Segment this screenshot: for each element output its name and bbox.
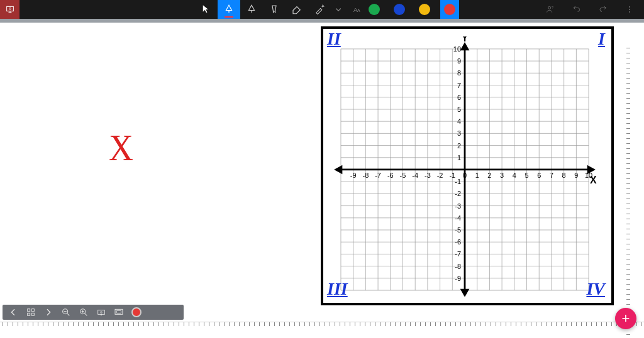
triangle-pen-icon <box>246 4 257 15</box>
person-icon: ? <box>545 4 555 14</box>
fit-screen-button[interactable] <box>113 307 125 318</box>
grid-icon <box>26 307 36 317</box>
more-tools-dropdown[interactable] <box>331 0 346 19</box>
svg-text:-6: -6 <box>387 172 394 179</box>
next-page-button[interactable] <box>43 307 54 318</box>
prev-page-button[interactable] <box>8 307 19 318</box>
svg-text:-5: -5 <box>400 172 406 179</box>
presentation-icon <box>5 4 15 14</box>
color-cluster <box>365 0 459 19</box>
quadrant-label-4: IV <box>586 279 605 299</box>
svg-text:7: 7 <box>550 172 553 179</box>
svg-text:-4: -4 <box>412 172 418 179</box>
record-icon <box>131 307 142 317</box>
svg-text:-3: -3 <box>425 172 431 179</box>
zoom-out-button[interactable] <box>60 307 72 318</box>
svg-text:2: 2 <box>457 142 461 150</box>
svg-text:4: 4 <box>457 117 461 125</box>
redo-icon <box>598 4 608 14</box>
svg-text:-8: -8 <box>363 172 369 179</box>
svg-point-18 <box>629 11 630 13</box>
chevron-down-icon <box>333 4 344 15</box>
quadrant-label-2: II <box>327 29 341 49</box>
eraser-tool[interactable] <box>286 0 308 19</box>
color-yellow[interactable] <box>415 0 434 19</box>
page-grid-button[interactable] <box>25 307 36 318</box>
svg-rect-117 <box>115 309 123 314</box>
laser-pointer-tool[interactable] <box>308 0 331 19</box>
svg-text:10: 10 <box>453 45 461 53</box>
svg-text:-5: -5 <box>455 226 461 234</box>
svg-text:1: 1 <box>457 154 461 161</box>
highlighter-icon <box>269 4 280 15</box>
x-axis-label: X <box>590 175 597 185</box>
eraser-icon <box>291 4 303 15</box>
quadrant-label-3: III <box>327 279 348 299</box>
svg-text:3: 3 <box>457 129 461 137</box>
right-cluster: ? <box>541 0 639 19</box>
add-page-fab[interactable]: + <box>615 308 636 329</box>
svg-text:9: 9 <box>574 172 578 179</box>
svg-text:2: 2 <box>487 172 491 179</box>
zoom-out-icon <box>61 307 71 317</box>
plus-icon: + <box>622 310 630 327</box>
svg-text:-4: -4 <box>455 214 461 222</box>
record-button[interactable] <box>131 307 142 318</box>
recording-indicator[interactable] <box>0 0 19 19</box>
color-red[interactable] <box>440 0 459 19</box>
bottom-controls <box>3 305 184 320</box>
svg-text:5: 5 <box>457 106 461 113</box>
person-button[interactable]: ? <box>541 0 560 19</box>
svg-text:6: 6 <box>457 94 461 101</box>
redo-button[interactable] <box>594 0 613 19</box>
svg-rect-113 <box>98 310 105 315</box>
whiteboard-stage[interactable]: X -9-8-7-6-5-4-3-2-1012345678910 -9-8-7-… <box>0 23 644 318</box>
undo-icon <box>572 4 582 14</box>
fit-screen-icon <box>114 307 124 317</box>
svg-text:3: 3 <box>500 172 504 179</box>
chevron-left-icon <box>8 307 18 317</box>
undo-button[interactable] <box>567 0 586 19</box>
svg-line-110 <box>84 313 87 315</box>
color-blue[interactable] <box>390 0 409 19</box>
svg-rect-0 <box>6 6 13 11</box>
coordinate-plane-container: -9-8-7-6-5-4-3-2-1012345678910 -9-8-7-6-… <box>321 26 614 305</box>
more-button[interactable] <box>620 0 639 19</box>
svg-text:-8: -8 <box>455 263 461 270</box>
svg-rect-102 <box>28 309 30 312</box>
svg-text:-2: -2 <box>455 190 461 197</box>
svg-text:-9: -9 <box>455 275 461 282</box>
svg-point-114 <box>101 312 103 313</box>
svg-text:-9: -9 <box>350 172 357 179</box>
zoom-in-button[interactable] <box>78 307 89 318</box>
svg-line-11 <box>323 5 324 6</box>
triangle-pen-tool[interactable] <box>240 0 263 19</box>
svg-text:8: 8 <box>562 172 566 179</box>
svg-text:-7: -7 <box>375 172 381 179</box>
svg-text:5: 5 <box>525 172 528 179</box>
fit-width-icon <box>96 307 106 317</box>
laser-pointer-icon <box>314 4 325 15</box>
cursor-tool[interactable] <box>195 0 218 19</box>
highlighter-tool[interactable] <box>263 0 286 19</box>
svg-text:1: 1 <box>475 172 479 179</box>
svg-text:-3: -3 <box>455 202 461 210</box>
chevron-right-icon <box>43 307 53 317</box>
pen-tool[interactable] <box>218 0 240 19</box>
svg-text:?: ? <box>552 6 553 9</box>
color-green[interactable] <box>365 0 384 19</box>
svg-point-1 <box>9 8 11 9</box>
handwritten-annotation-x: X <box>109 126 133 169</box>
svg-text:-2: -2 <box>437 172 443 179</box>
ruler-horizontal <box>0 322 644 334</box>
svg-text:-6: -6 <box>455 238 461 246</box>
svg-text:8: 8 <box>457 69 461 77</box>
zoom-in-icon <box>79 307 89 317</box>
tool-cluster: AA <box>195 0 369 19</box>
quadrant-label-1: I <box>598 29 605 49</box>
svg-rect-118 <box>117 310 121 313</box>
svg-text:-1: -1 <box>455 178 461 185</box>
svg-text:6: 6 <box>537 172 541 179</box>
fit-width-button[interactable] <box>96 307 107 318</box>
coordinate-plane-svg: -9-8-7-6-5-4-3-2-1012345678910 -9-8-7-6-… <box>333 36 599 297</box>
